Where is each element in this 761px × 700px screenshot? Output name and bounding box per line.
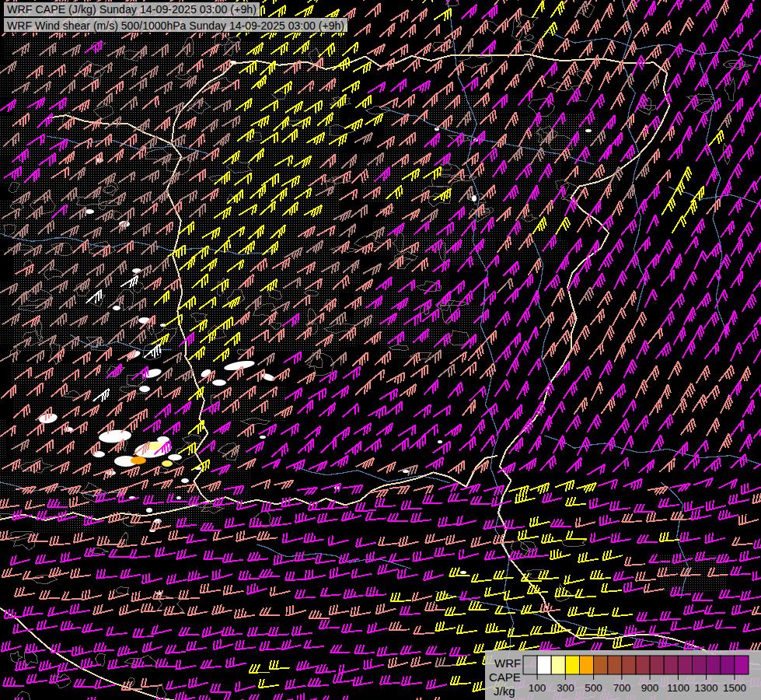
svg-text:WRF Wind shear (m/s) 500/1000h: WRF Wind shear (m/s) 500/1000hPa Sunday …	[7, 19, 344, 32]
svg-text:1100: 1100	[667, 682, 689, 694]
svg-text:1300: 1300	[695, 682, 718, 694]
svg-text:1500: 1500	[723, 682, 746, 694]
svg-text:WRF CAPE (J/kg) Sunday 14-09-2: WRF CAPE (J/kg) Sunday 14-09-2025 03:00 …	[7, 3, 257, 16]
svg-text:500: 500	[585, 682, 602, 694]
svg-text:300: 300	[557, 682, 574, 694]
svg-text:900: 900	[641, 682, 659, 694]
svg-text:J/kg: J/kg	[494, 684, 515, 698]
svg-text:WRF: WRF	[494, 656, 521, 670]
svg-text:700: 700	[613, 682, 631, 694]
svg-text:100: 100	[529, 682, 546, 694]
svg-text:CAPE: CAPE	[489, 670, 521, 684]
